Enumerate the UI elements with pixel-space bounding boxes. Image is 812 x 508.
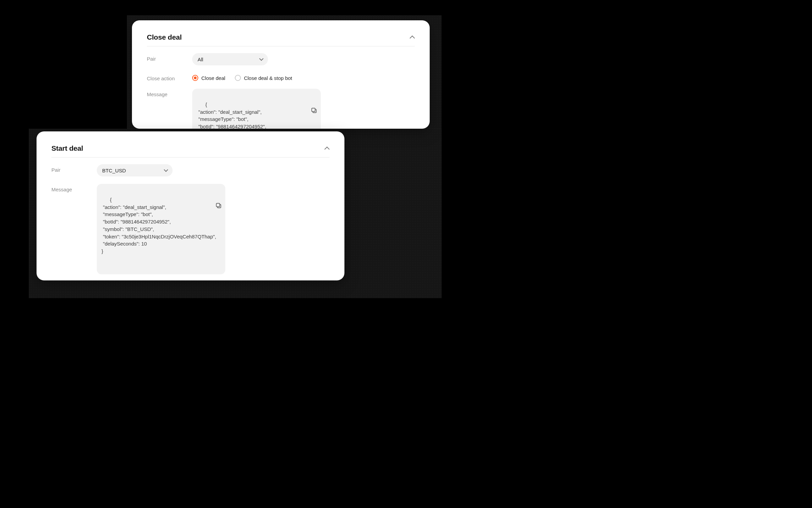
close-deal-title: Close deal — [147, 33, 182, 41]
chevron-down-icon — [259, 57, 264, 61]
start-pair-label: Pair — [51, 164, 97, 173]
start-deal-panel: Start deal Pair BTC_USD Message { "actio… — [37, 131, 344, 280]
radio-close-deal-stop-label: Close deal & stop bot — [244, 75, 292, 81]
close-message-row: Message { "action": "deal_start_signal",… — [147, 89, 415, 129]
radio-close-deal-stop-bot[interactable]: Close deal & stop bot — [235, 75, 292, 81]
chevron-up-icon[interactable] — [410, 35, 415, 40]
close-action-radio-group: Close deal Close deal & stop bot — [192, 73, 292, 81]
start-message-text: { "action": "deal_start_signal", "messag… — [102, 197, 216, 254]
copy-icon[interactable] — [215, 187, 222, 194]
chevron-down-icon — [164, 168, 168, 172]
start-deal-header: Start deal — [51, 144, 330, 157]
close-deal-header: Close deal — [147, 33, 415, 46]
svg-rect-1 — [312, 108, 315, 111]
start-pair-row: Pair BTC_USD — [51, 164, 330, 176]
radio-close-deal[interactable]: Close deal — [192, 75, 225, 81]
chevron-up-icon[interactable] — [325, 146, 330, 151]
close-pair-select[interactable]: All — [192, 53, 268, 65]
svg-rect-3 — [216, 203, 220, 207]
start-pair-value: BTC_USD — [102, 168, 126, 173]
start-message-label: Message — [51, 184, 97, 192]
close-pair-value: All — [198, 57, 203, 62]
start-deal-title: Start deal — [51, 144, 83, 152]
start-message-box: { "action": "deal_start_signal", "messag… — [97, 184, 225, 274]
copy-icon[interactable] — [311, 92, 317, 99]
close-deal-panel: Close deal Pair All Close action Close d… — [132, 20, 430, 129]
close-message-text: { "action": "deal_start_signal", "messag… — [197, 102, 266, 129]
close-action-row: Close action Close deal Close deal & sto… — [147, 73, 415, 81]
close-pair-label: Pair — [147, 53, 192, 62]
close-pair-row: Pair All — [147, 53, 415, 65]
radio-close-deal-label: Close deal — [201, 75, 225, 81]
radio-dot-icon — [192, 75, 198, 81]
radio-dot-icon — [235, 75, 241, 81]
close-message-label: Message — [147, 89, 192, 97]
close-action-label: Close action — [147, 73, 192, 81]
start-pair-select[interactable]: BTC_USD — [97, 164, 173, 176]
close-message-box: { "action": "deal_start_signal", "messag… — [192, 89, 321, 129]
start-message-row: Message { "action": "deal_start_signal",… — [51, 184, 330, 274]
